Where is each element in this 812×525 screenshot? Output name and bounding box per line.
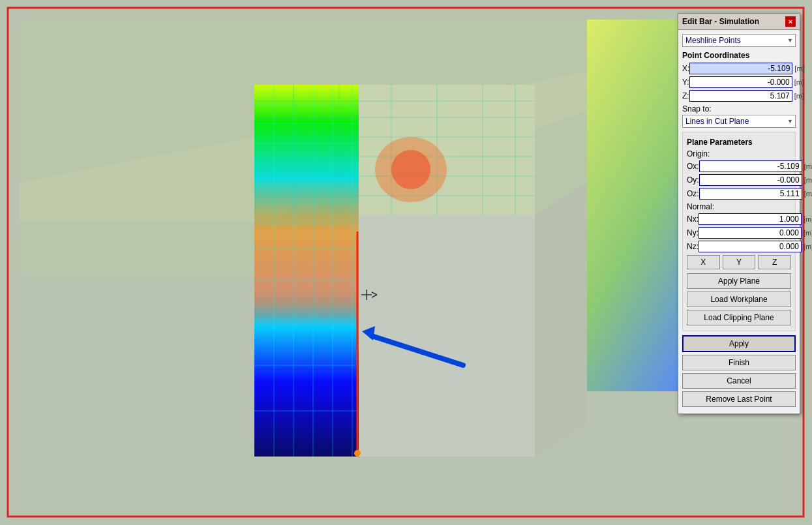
plane-parameters-section: Plane Parameters Origin: Ox: [m] Oy: [m]… <box>682 132 796 331</box>
x-label: X: <box>682 64 689 73</box>
svg-marker-37 <box>359 215 535 457</box>
ny-row: Ny: [m] <box>687 227 791 239</box>
nz-unit: [m] <box>804 243 812 250</box>
ny-unit: [m] <box>804 229 812 237</box>
oz-row: Oz: [m] <box>687 188 791 200</box>
snap-dropdown[interactable]: Lines in Cut Plane Grid Lines None <box>682 115 796 128</box>
oz-unit: [m] <box>804 190 812 198</box>
svg-marker-38 <box>535 183 587 457</box>
snap-dropdown-wrapper: Lines in Cut Plane Grid Lines None <box>682 115 796 128</box>
x-axis-button[interactable]: X <box>687 255 720 269</box>
y-input[interactable] <box>689 76 792 88</box>
meshline-dropdown[interactable]: Meshline Points Grid Points Free Points <box>682 34 796 47</box>
oy-unit: [m] <box>804 176 812 184</box>
x-input[interactable] <box>689 63 792 74</box>
load-workplane-button[interactable]: Load Workplane <box>687 292 791 307</box>
oy-row: Oy: [m] <box>687 174 791 186</box>
coord-z-row: Z: [m] <box>682 90 796 102</box>
xyz-buttons-row: X Y Z <box>687 255 791 269</box>
y-axis-button[interactable]: Y <box>723 255 756 269</box>
oz-label: Oz: <box>687 189 699 198</box>
ny-label: Ny: <box>687 228 699 237</box>
cancel-button[interactable]: Cancel <box>682 373 796 389</box>
nx-unit: [m] <box>804 215 812 223</box>
panel-title: Edit Bar - Simulation <box>682 17 759 26</box>
svg-point-36 <box>391 150 430 189</box>
plane-parameters-header: Plane Parameters <box>687 138 791 147</box>
oz-input[interactable] <box>699 188 802 200</box>
nx-label: Nx: <box>687 215 699 224</box>
ox-input[interactable] <box>699 160 802 172</box>
y-label: Y: <box>682 78 689 87</box>
ox-unit: [m] <box>804 162 812 170</box>
snap-section: Snap to: Lines in Cut Plane Grid Lines N… <box>682 104 796 128</box>
nx-row: Nx: [m] <box>687 213 791 225</box>
normal-label: Normal: <box>687 202 701 211</box>
svg-marker-4 <box>254 85 359 457</box>
load-clipping-plane-button[interactable]: Load Clipping Plane <box>687 310 791 325</box>
snap-label: Snap to: <box>682 104 796 113</box>
close-button[interactable]: × <box>785 16 796 27</box>
coord-y-row: Y: [m] <box>682 76 796 88</box>
nx-input[interactable] <box>699 213 802 225</box>
point-coordinates-header: Point Coordinates <box>682 51 796 60</box>
z-axis-button[interactable]: Z <box>758 255 791 269</box>
nz-input[interactable] <box>699 241 802 252</box>
panel-titlebar: Edit Bar - Simulation × <box>678 14 800 30</box>
remove-last-point-button[interactable]: Remove Last Point <box>682 391 796 407</box>
nz-row: Nz: [m] <box>687 241 791 252</box>
meshline-dropdown-wrapper: Meshline Points Grid Points Free Points <box>682 34 796 47</box>
meshline-dropdown-row: Meshline Points Grid Points Free Points <box>682 34 796 47</box>
apply-plane-button[interactable]: Apply Plane <box>687 273 791 289</box>
apply-button[interactable]: Apply <box>682 335 796 352</box>
y-unit: [m] <box>794 78 804 86</box>
z-label: Z: <box>682 91 689 100</box>
edit-bar-panel: Edit Bar - Simulation × Meshline Points … <box>678 13 800 414</box>
origin-label: Origin: <box>687 149 701 158</box>
z-input[interactable] <box>689 90 792 102</box>
ox-label: Ox: <box>687 162 699 171</box>
x-unit: [m] <box>794 65 804 72</box>
oy-input[interactable] <box>699 174 802 186</box>
oy-label: Oy: <box>687 175 699 185</box>
finish-button[interactable]: Finish <box>682 355 796 370</box>
svg-point-40 <box>354 450 361 457</box>
nz-label: Nz: <box>687 242 699 251</box>
coord-x-row: X: [m] <box>682 63 796 74</box>
z-unit: [m] <box>794 92 804 100</box>
ny-input[interactable] <box>699 227 802 239</box>
ox-row: Ox: [m] <box>687 160 791 172</box>
